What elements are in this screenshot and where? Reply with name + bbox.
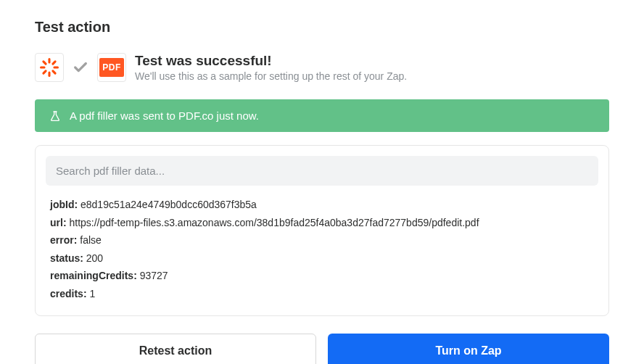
result-field: credits: 1 bbox=[50, 285, 594, 303]
retest-button[interactable]: Retest action bbox=[35, 334, 316, 364]
result-panel: jobId: e8d19c51a24e4749b0dcc60d367f3b5au… bbox=[35, 145, 609, 316]
svg-rect-6 bbox=[42, 60, 48, 66]
result-key: error: bbox=[50, 234, 77, 246]
svg-rect-4 bbox=[51, 60, 57, 66]
svg-rect-7 bbox=[51, 70, 57, 75]
result-value: 1 bbox=[87, 288, 96, 299]
search-input[interactable] bbox=[46, 156, 598, 186]
zapier-icon bbox=[35, 53, 64, 82]
result-key: remainingCredits: bbox=[50, 270, 137, 281]
result-fields: jobId: e8d19c51a24e4749b0dcc60d367f3b5au… bbox=[46, 196, 598, 305]
svg-rect-5 bbox=[42, 70, 48, 75]
svg-rect-2 bbox=[40, 66, 46, 68]
turn-on-button[interactable]: Turn on Zap bbox=[328, 334, 609, 364]
result-value: https://pdf-temp-files.s3.amazonaws.com/… bbox=[67, 217, 479, 228]
result-value: false bbox=[77, 234, 101, 246]
test-status-title: Test was successful! bbox=[135, 53, 407, 69]
pdfco-icon: PDF bbox=[97, 53, 126, 82]
action-buttons: Retest action Turn on Zap bbox=[35, 334, 609, 364]
test-status-subtitle: We'll use this as a sample for setting u… bbox=[135, 70, 407, 82]
result-field: error: false bbox=[50, 231, 594, 249]
result-key: credits: bbox=[50, 288, 87, 299]
result-value: 200 bbox=[83, 252, 103, 264]
result-field: jobId: e8d19c51a24e4749b0dcc60d367f3b5a bbox=[50, 196, 594, 214]
result-field: status: 200 bbox=[50, 249, 594, 268]
success-message: A pdf filler was sent to PDF.co just now… bbox=[70, 109, 259, 122]
result-field: remainingCredits: 93727 bbox=[50, 267, 594, 285]
success-banner: A pdf filler was sent to PDF.co just now… bbox=[35, 99, 609, 132]
result-field: url: https://pdf-temp-files.s3.amazonaws… bbox=[50, 214, 594, 232]
result-value: 93727 bbox=[137, 270, 168, 281]
result-value: e8d19c51a24e4749b0dcc60d367f3b5a bbox=[78, 199, 257, 210]
svg-rect-1 bbox=[48, 71, 50, 77]
page-title: Test action bbox=[35, 19, 609, 36]
result-key: status: bbox=[50, 252, 83, 264]
svg-rect-0 bbox=[48, 58, 50, 64]
checkmark-icon bbox=[73, 59, 88, 75]
svg-rect-3 bbox=[53, 66, 59, 68]
test-header: PDF Test was successful! We'll use this … bbox=[35, 53, 609, 82]
pdfco-icon-label: PDF bbox=[99, 58, 124, 77]
result-key: jobId: bbox=[50, 199, 78, 210]
flask-icon bbox=[49, 110, 61, 122]
result-key: url: bbox=[50, 217, 67, 228]
